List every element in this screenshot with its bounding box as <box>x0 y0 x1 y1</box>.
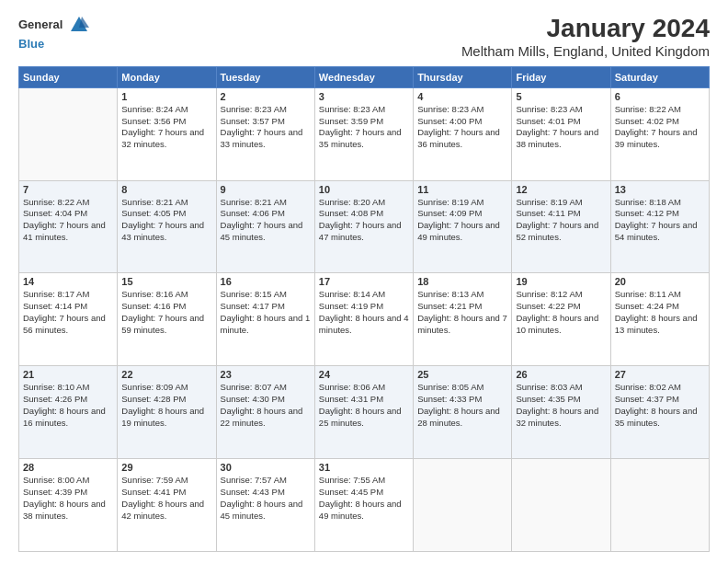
day-number: 31 <box>319 462 409 473</box>
table-row: 21Sunrise: 8:10 AMSunset: 4:26 PMDayligh… <box>19 366 118 459</box>
table-row: 5Sunrise: 8:23 AMSunset: 4:01 PMDaylight… <box>512 87 610 180</box>
table-row <box>19 87 118 180</box>
day-info: Sunrise: 8:15 AMSunset: 4:17 PMDaylight:… <box>221 289 311 336</box>
table-row: 4Sunrise: 8:23 AMSunset: 4:00 PMDaylight… <box>414 87 512 180</box>
day-info: Sunrise: 8:13 AMSunset: 4:21 PMDaylight:… <box>417 289 507 336</box>
logo-general: General <box>18 17 63 31</box>
day-info: Sunrise: 8:23 AMSunset: 4:00 PMDaylight:… <box>417 104 507 151</box>
day-number: 23 <box>221 369 311 380</box>
logo-blue: Blue <box>18 37 44 51</box>
day-info: Sunrise: 8:23 AMSunset: 4:01 PMDaylight:… <box>516 104 606 151</box>
table-row: 6Sunrise: 8:22 AMSunset: 4:02 PMDaylight… <box>610 87 709 180</box>
col-sunday: Sunday <box>19 66 118 87</box>
day-info: Sunrise: 8:20 AMSunset: 4:08 PMDaylight:… <box>319 197 409 244</box>
table-row <box>610 459 709 552</box>
table-row: 13Sunrise: 8:18 AMSunset: 4:12 PMDayligh… <box>610 180 709 273</box>
svg-marker-1 <box>79 17 89 28</box>
sub-title: Meltham Mills, England, United Kingdom <box>461 43 710 59</box>
table-row: 19Sunrise: 8:12 AMSunset: 4:22 PMDayligh… <box>512 273 610 366</box>
day-number: 8 <box>121 184 211 195</box>
day-info: Sunrise: 8:07 AMSunset: 4:30 PMDaylight:… <box>221 382 311 429</box>
day-info: Sunrise: 8:18 AMSunset: 4:12 PMDaylight:… <box>615 197 705 244</box>
table-row: 20Sunrise: 8:11 AMSunset: 4:24 PMDayligh… <box>610 273 709 366</box>
logo-icon <box>69 15 89 35</box>
day-info: Sunrise: 8:16 AMSunset: 4:16 PMDaylight:… <box>121 289 211 336</box>
day-number: 27 <box>615 369 705 380</box>
day-info: Sunrise: 8:09 AMSunset: 4:28 PMDaylight:… <box>121 382 211 429</box>
calendar-week-2: 7Sunrise: 8:22 AMSunset: 4:04 PMDaylight… <box>19 180 710 273</box>
day-info: Sunrise: 8:02 AMSunset: 4:37 PMDaylight:… <box>615 382 705 429</box>
day-number: 13 <box>615 184 705 195</box>
day-info: Sunrise: 8:23 AMSunset: 3:59 PMDaylight:… <box>319 104 409 151</box>
day-number: 24 <box>319 369 409 380</box>
logo: General Blue <box>18 15 89 52</box>
header: General Blue January 2024 Meltham Mills,… <box>18 15 710 59</box>
day-info: Sunrise: 8:23 AMSunset: 3:57 PMDaylight:… <box>221 104 311 151</box>
table-row <box>512 459 610 552</box>
table-row: 17Sunrise: 8:14 AMSunset: 4:19 PMDayligh… <box>314 273 413 366</box>
table-row: 29Sunrise: 7:59 AMSunset: 4:41 PMDayligh… <box>118 459 216 552</box>
table-row: 1Sunrise: 8:24 AMSunset: 3:56 PMDaylight… <box>118 87 216 180</box>
table-row: 30Sunrise: 7:57 AMSunset: 4:43 PMDayligh… <box>216 459 314 552</box>
day-number: 26 <box>516 369 606 380</box>
table-row: 12Sunrise: 8:19 AMSunset: 4:11 PMDayligh… <box>512 180 610 273</box>
title-block: January 2024 Meltham Mills, England, Uni… <box>461 15 710 59</box>
day-number: 20 <box>615 276 705 287</box>
table-row: 7Sunrise: 8:22 AMSunset: 4:04 PMDaylight… <box>19 180 118 273</box>
day-info: Sunrise: 8:19 AMSunset: 4:09 PMDaylight:… <box>417 197 507 244</box>
table-row: 11Sunrise: 8:19 AMSunset: 4:09 PMDayligh… <box>414 180 512 273</box>
day-number: 12 <box>516 184 606 195</box>
table-row: 27Sunrise: 8:02 AMSunset: 4:37 PMDayligh… <box>610 366 709 459</box>
table-row: 3Sunrise: 8:23 AMSunset: 3:59 PMDaylight… <box>314 87 413 180</box>
table-row: 14Sunrise: 8:17 AMSunset: 4:14 PMDayligh… <box>19 273 118 366</box>
day-info: Sunrise: 7:59 AMSunset: 4:41 PMDaylight:… <box>121 475 211 522</box>
header-row: Sunday Monday Tuesday Wednesday Thursday… <box>19 66 710 87</box>
table-row: 24Sunrise: 8:06 AMSunset: 4:31 PMDayligh… <box>314 366 413 459</box>
day-number: 17 <box>319 276 409 287</box>
day-number: 5 <box>516 91 606 102</box>
page: General Blue January 2024 Meltham Mills,… <box>0 0 728 563</box>
day-info: Sunrise: 8:21 AMSunset: 4:06 PMDaylight:… <box>221 197 311 244</box>
calendar-week-5: 28Sunrise: 8:00 AMSunset: 4:39 PMDayligh… <box>19 459 710 552</box>
day-info: Sunrise: 8:11 AMSunset: 4:24 PMDaylight:… <box>615 289 705 336</box>
day-number: 22 <box>121 369 211 380</box>
table-row: 9Sunrise: 8:21 AMSunset: 4:06 PMDaylight… <box>216 180 314 273</box>
day-number: 4 <box>417 91 507 102</box>
table-row: 8Sunrise: 8:21 AMSunset: 4:05 PMDaylight… <box>118 180 216 273</box>
day-number: 30 <box>221 462 311 473</box>
table-row: 25Sunrise: 8:05 AMSunset: 4:33 PMDayligh… <box>414 366 512 459</box>
day-info: Sunrise: 8:22 AMSunset: 4:02 PMDaylight:… <box>615 104 705 151</box>
col-saturday: Saturday <box>610 66 709 87</box>
table-row: 2Sunrise: 8:23 AMSunset: 3:57 PMDaylight… <box>216 87 314 180</box>
table-row: 16Sunrise: 8:15 AMSunset: 4:17 PMDayligh… <box>216 273 314 366</box>
day-info: Sunrise: 7:55 AMSunset: 4:45 PMDaylight:… <box>319 475 409 522</box>
table-row: 22Sunrise: 8:09 AMSunset: 4:28 PMDayligh… <box>118 366 216 459</box>
day-info: Sunrise: 8:14 AMSunset: 4:19 PMDaylight:… <box>319 289 409 336</box>
day-number: 21 <box>23 369 113 380</box>
table-row: 23Sunrise: 8:07 AMSunset: 4:30 PMDayligh… <box>216 366 314 459</box>
day-info: Sunrise: 8:22 AMSunset: 4:04 PMDaylight:… <box>23 197 113 244</box>
day-number: 11 <box>417 184 507 195</box>
col-wednesday: Wednesday <box>314 66 413 87</box>
col-friday: Friday <box>512 66 610 87</box>
day-number: 3 <box>319 91 409 102</box>
calendar-week-1: 1Sunrise: 8:24 AMSunset: 3:56 PMDaylight… <box>19 87 710 180</box>
calendar-week-4: 21Sunrise: 8:10 AMSunset: 4:26 PMDayligh… <box>19 366 710 459</box>
day-info: Sunrise: 8:06 AMSunset: 4:31 PMDaylight:… <box>319 382 409 429</box>
day-info: Sunrise: 8:05 AMSunset: 4:33 PMDaylight:… <box>417 382 507 429</box>
col-tuesday: Tuesday <box>216 66 314 87</box>
table-row: 26Sunrise: 8:03 AMSunset: 4:35 PMDayligh… <box>512 366 610 459</box>
table-row: 18Sunrise: 8:13 AMSunset: 4:21 PMDayligh… <box>414 273 512 366</box>
day-number: 2 <box>221 91 311 102</box>
col-thursday: Thursday <box>414 66 512 87</box>
col-monday: Monday <box>118 66 216 87</box>
day-number: 28 <box>23 462 113 473</box>
day-info: Sunrise: 7:57 AMSunset: 4:43 PMDaylight:… <box>221 475 311 522</box>
table-row <box>414 459 512 552</box>
calendar: Sunday Monday Tuesday Wednesday Thursday… <box>18 66 710 552</box>
day-info: Sunrise: 8:03 AMSunset: 4:35 PMDaylight:… <box>516 382 606 429</box>
day-info: Sunrise: 8:10 AMSunset: 4:26 PMDaylight:… <box>23 382 113 429</box>
day-info: Sunrise: 8:00 AMSunset: 4:39 PMDaylight:… <box>23 475 113 522</box>
day-number: 29 <box>121 462 211 473</box>
day-number: 14 <box>23 276 113 287</box>
